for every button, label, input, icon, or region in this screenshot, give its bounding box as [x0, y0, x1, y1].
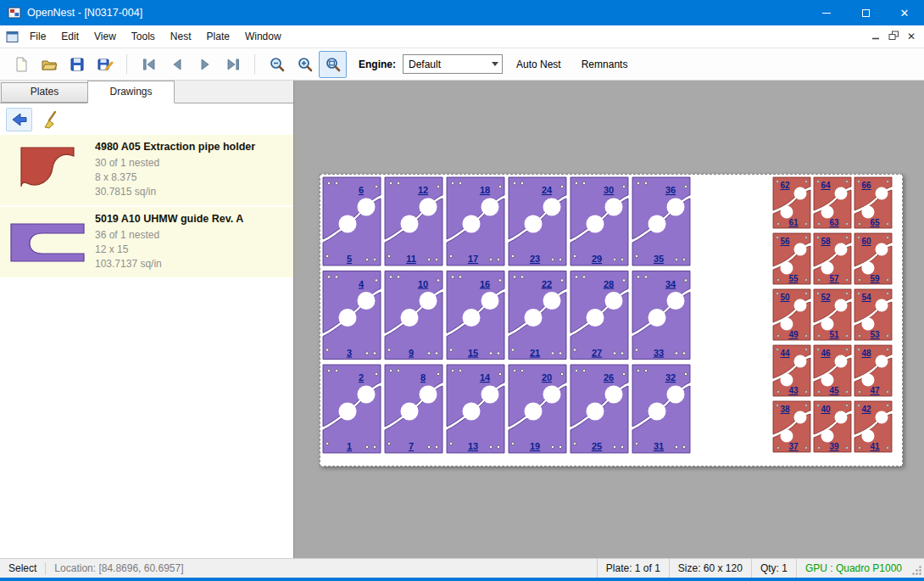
minimize-icon [822, 13, 831, 14]
import-drawing-button[interactable] [6, 108, 32, 131]
part-number: 58 [821, 237, 831, 246]
part-number: 32 [665, 372, 676, 383]
tab-drawings[interactable]: Drawings [87, 81, 175, 103]
nested-part-pair[interactable]: 6665 [854, 177, 892, 228]
minimize-button[interactable] [807, 0, 846, 25]
nav-next-icon [197, 56, 214, 73]
part-number: 23 [530, 254, 540, 264]
clear-drawings-button[interactable] [38, 108, 64, 131]
part-number: 18 [480, 185, 490, 195]
drawing-thumbnail [0, 145, 95, 196]
nested-part-pair[interactable]: 3635 [632, 177, 690, 265]
nested-part-pair[interactable]: 1817 [447, 177, 504, 265]
drawing-list-item[interactable]: 5019 A10 UHMW guide Rev. A 36 of 1 neste… [0, 207, 293, 279]
nested-part-pair[interactable]: 4443 [773, 345, 810, 396]
nested-part-pair[interactable]: 6261 [773, 177, 810, 228]
nested-part-pair[interactable]: 5251 [814, 289, 851, 340]
close-button[interactable]: ✕ [885, 0, 924, 25]
statusbar-right: Plate: 1 of 1 Size: 60 x 120 Qty: 1 GPU … [597, 559, 924, 578]
nested-part-pair[interactable]: 2423 [509, 177, 566, 265]
menu-file[interactable]: File [22, 25, 53, 47]
nested-part-pair[interactable]: 3231 [632, 365, 690, 453]
part-number: 9 [409, 348, 414, 358]
part-number: 61 [788, 218, 799, 227]
nested-part-pair[interactable]: 2221 [509, 271, 566, 360]
zoom-out-button[interactable] [263, 51, 291, 78]
nested-part-pair[interactable]: 3837 [773, 401, 810, 452]
document-icon[interactable] [6, 31, 19, 43]
mdi-restore-button[interactable] [888, 31, 899, 43]
nav-last-button[interactable] [219, 51, 247, 78]
nested-part-pair[interactable]: 3029 [571, 177, 628, 265]
drawing-meta: 4980 A05 Extraction pipe holder 30 of 1 … [95, 137, 293, 204]
menu-view[interactable]: View [86, 25, 124, 47]
titlebar: OpenNest - [N0317-004] ✕ [0, 0, 924, 25]
nav-next-button[interactable] [191, 51, 219, 78]
nested-part-pair[interactable]: 87 [385, 365, 443, 453]
drawing-area: 30.7815 sq/in [95, 185, 290, 199]
menu-plate[interactable]: Plate [199, 25, 237, 47]
nested-part-pair[interactable]: 6463 [814, 177, 851, 228]
part-number: 5 [347, 254, 352, 264]
nested-part-pair[interactable]: 2625 [571, 365, 628, 453]
status-mode: Select [0, 559, 45, 578]
auto-nest-button[interactable]: Auto Nest [509, 52, 568, 77]
mdi-minimize-button[interactable] [871, 31, 881, 43]
part-number: 7 [409, 441, 414, 451]
part-number: 43 [788, 386, 799, 395]
nest-canvas[interactable]: 6512111817242330293635431091615222128273… [294, 81, 924, 558]
menu-nest[interactable]: Nest [163, 25, 199, 47]
nested-part-pair[interactable]: 3433 [632, 271, 690, 360]
nested-part-pair[interactable]: 4847 [854, 345, 892, 396]
part-number: 46 [821, 349, 831, 358]
nested-part-pair[interactable]: 2019 [509, 365, 566, 453]
part-number: 4 [359, 279, 365, 289]
zoom-in-button[interactable] [291, 51, 319, 78]
zoom-fit-button[interactable] [319, 51, 347, 78]
nested-part-pair[interactable]: 1615 [447, 271, 504, 360]
status-plate: Plate: 1 of 1 [597, 559, 669, 578]
nested-part-pair[interactable]: 1211 [385, 177, 443, 265]
nested-part-pair[interactable]: 5049 [773, 289, 810, 340]
part-number: 28 [604, 279, 614, 289]
save-as-button[interactable] [91, 51, 119, 78]
nested-part-pair[interactable]: 43 [323, 271, 381, 360]
drawing-list-item[interactable]: 4980 A05 Extraction pipe holder 30 of 1 … [0, 135, 293, 207]
nested-part-pair[interactable]: 21 [323, 365, 381, 453]
engine-select[interactable]: Default [403, 54, 503, 74]
nested-part-pair[interactable]: 5857 [814, 233, 851, 284]
engine-label: Engine: [359, 59, 396, 70]
nav-first-button[interactable] [135, 51, 163, 78]
nested-part-pair[interactable]: 5453 [854, 289, 892, 340]
part-number: 55 [788, 274, 799, 283]
save-button[interactable] [63, 51, 91, 78]
tab-plates-label: Plates [31, 86, 58, 98]
nested-part-pair[interactable]: 65 [323, 177, 381, 265]
purple-part-shape-icon [8, 221, 86, 265]
nested-part-pair[interactable]: 109 [385, 271, 443, 360]
nested-part-pair[interactable]: 4645 [814, 345, 851, 396]
menu-edit[interactable]: Edit [53, 25, 86, 47]
mdi-close-button[interactable]: ✕ [907, 31, 916, 42]
maximize-button[interactable] [846, 0, 885, 25]
nested-part-pair[interactable]: 5655 [773, 233, 810, 284]
nav-previous-button[interactable] [163, 51, 191, 78]
resize-grip[interactable] [910, 559, 924, 578]
part-number: 50 [780, 293, 790, 302]
nested-part-pair[interactable]: 4241 [854, 401, 892, 452]
nested-part-pair[interactable]: 4039 [814, 401, 851, 452]
nested-part-pair[interactable]: 6059 [854, 233, 892, 284]
left-panel: Plates Drawings [0, 81, 294, 558]
open-folder-button[interactable] [35, 51, 63, 78]
menu-tools[interactable]: Tools [124, 25, 163, 47]
part-number: 44 [780, 349, 790, 358]
part-number: 20 [542, 372, 552, 383]
tab-plates[interactable]: Plates [1, 82, 88, 103]
drawing-nested-count: 30 of 1 nested [95, 156, 290, 170]
nested-part-pair[interactable]: 1413 [447, 365, 504, 453]
new-file-button[interactable] [7, 51, 35, 78]
menu-window[interactable]: Window [237, 25, 289, 47]
broom-icon [42, 109, 62, 130]
nested-part-pair[interactable]: 2827 [571, 271, 628, 360]
remnants-button[interactable]: Remnants [575, 52, 635, 77]
